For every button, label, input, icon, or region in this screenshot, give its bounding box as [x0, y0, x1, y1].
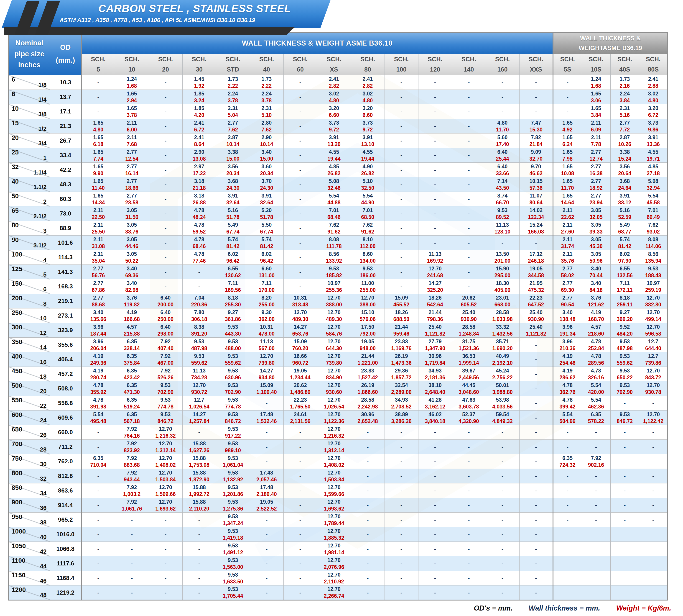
weight-value: 10.14 — [250, 141, 283, 148]
wall-thickness-value: 10.31 — [284, 294, 317, 301]
wall-thickness-value: 4.78 — [82, 396, 115, 403]
weight-value: 246.18 — [520, 258, 553, 264]
data-cell: 23.831,527.42 — [351, 367, 385, 381]
data-cell: - — [283, 75, 317, 90]
wall-thickness-value: 3.02 — [351, 90, 385, 97]
wall-thickness-value: 3.70 — [250, 178, 283, 184]
data-cell: - — [283, 425, 317, 440]
wall-thickness-value: 12.70 — [317, 484, 351, 491]
weight-value: 68.46 — [183, 243, 216, 250]
data-cell: - — [639, 512, 668, 527]
wall-thickness-value: 3.56 — [611, 163, 639, 170]
weight-value: 930.90 — [452, 316, 486, 323]
size-mm: 1050 — [12, 543, 26, 550]
wall-thickness-value: 28.58 — [351, 396, 385, 403]
data-cell: 7.6291.62 — [351, 221, 385, 236]
weight-value: 7.62 — [216, 126, 250, 133]
wall-thickness-value: 3.68 — [611, 178, 639, 184]
weight-value: 254.46 — [553, 359, 582, 366]
data-cell: - — [452, 498, 486, 512]
data-cell: - — [385, 440, 418, 454]
sch-col-header-40: SCH. 40 — [250, 54, 283, 75]
wall-thickness-value: 17.48 — [250, 469, 283, 476]
weight-value: 846.72 — [611, 418, 639, 425]
data-cell: 4.8526.82 — [317, 163, 351, 177]
empty-dash: - — [401, 152, 403, 158]
data-cell: 7.921,061.76 — [115, 498, 149, 512]
weight-value: 7.78 — [582, 141, 610, 148]
wall-thickness-value: 38.10 — [418, 382, 452, 389]
weight-value: 31.56 — [115, 214, 149, 221]
data-cell: 5.0832.46 — [317, 177, 351, 192]
data-cell: 2.777.72 — [610, 119, 639, 133]
weight-value: 1,432.56 — [486, 330, 519, 337]
weight-value: 15.00 — [250, 155, 283, 162]
weight-value: 187.44 — [82, 330, 115, 337]
size-inch: 46 — [40, 577, 47, 584]
data-cell: 4.9026.82 — [351, 163, 385, 177]
data-cell: - — [418, 527, 452, 542]
size-mm: 1150 — [12, 572, 25, 579]
data-cell: - — [418, 206, 452, 221]
weight-value: 1,633.50 — [216, 578, 250, 585]
empty-dash: - — [502, 93, 504, 100]
od-cell: 219.1 — [50, 294, 81, 308]
table-row: 203/426.71.656.182.117.68-2.418.642.8710… — [8, 133, 668, 148]
weight-value: 35.76 — [553, 258, 582, 264]
wall-thickness-value: 7.92 — [115, 425, 149, 433]
weight-value: 20.34 — [250, 170, 283, 177]
weight-value: 3.78 — [216, 97, 250, 104]
wall-thickness-value: 9.53 — [216, 411, 250, 418]
wall-thickness-value: 12.70 — [317, 309, 351, 316]
od-cell: 101.6 — [50, 236, 81, 250]
data-cell: 1.6514.34 — [81, 192, 115, 206]
weight-value: 206.04 — [82, 345, 115, 352]
od-cell: 711.2 — [50, 440, 81, 454]
weight-value: 10.26 — [611, 141, 639, 148]
data-cell: 3.206.60 — [317, 104, 351, 119]
wall-thickness-value: 6.55 — [216, 265, 250, 272]
data-cell: - — [418, 469, 452, 483]
weight-value: 68.77 — [611, 228, 639, 235]
empty-dash: - — [401, 487, 403, 494]
wall-thickness-value: 3.91 — [216, 192, 250, 199]
od-cell: 812.8 — [50, 469, 81, 483]
empty-dash: - — [299, 254, 301, 261]
pipe-size-cell: 321.1/4 — [8, 163, 50, 177]
page-subtitle: ASTM A312 , A358 , A778 , A53 , A106 , A… — [60, 17, 255, 23]
data-cell: 3.739.86 — [639, 119, 668, 133]
table-row: 1050421066.8----9.531,491.12--12.701,981… — [8, 542, 668, 556]
data-cell: - — [418, 119, 452, 133]
data-cell: - — [553, 498, 582, 512]
weight-value: 249.36 — [82, 359, 115, 366]
wall-thickness-value: 7.92 — [149, 367, 182, 374]
od-cell: 508.0 — [50, 381, 81, 396]
data-cell: 21.95475.32 — [519, 279, 553, 294]
size-mm: 800 — [12, 469, 22, 477]
weight-value: 647.52 — [520, 301, 553, 308]
wall-thickness-value: 22.23 — [520, 294, 553, 301]
empty-dash: - — [367, 575, 369, 581]
size-inch: 6 — [43, 286, 46, 293]
data-cell: - — [553, 425, 582, 440]
weight-value: 12.54 — [115, 155, 149, 162]
data-cell: - — [639, 483, 668, 498]
weight-value: 959.46 — [385, 330, 418, 337]
wall-thickness-value: 5.16 — [216, 207, 250, 214]
empty-dash: - — [131, 560, 133, 567]
size-mm: 80 — [12, 222, 19, 229]
data-cell: 9.53702.90 — [149, 381, 182, 396]
empty-dash: - — [502, 472, 504, 479]
weight-value: 6.00 — [115, 126, 149, 133]
wall-thickness-value: 12.70 — [639, 382, 667, 389]
data-cell: 2.7723.58 — [115, 192, 149, 206]
weight-value: 943.44 — [115, 476, 149, 483]
wall-thickness-value: 7.92 — [115, 484, 149, 491]
empty-dash: - — [535, 458, 537, 465]
empty-dash: - — [502, 575, 504, 581]
data-cell: 2.7718.92 — [582, 177, 610, 192]
data-cell: - — [385, 483, 418, 498]
data-cell: - — [182, 279, 216, 294]
data-cell: 5.54462.36 — [582, 396, 610, 411]
weight-value: 89.52 — [486, 214, 519, 221]
